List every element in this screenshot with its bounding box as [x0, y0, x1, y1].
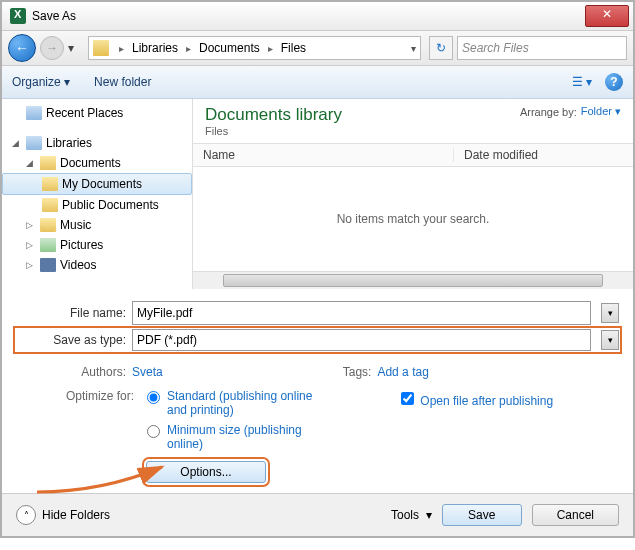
libraries-icon: [26, 136, 42, 150]
breadcrumb-documents[interactable]: Documents: [197, 41, 262, 55]
folder-icon: [93, 40, 109, 56]
nav-forward-button: →: [40, 36, 64, 60]
sidebar-documents[interactable]: ◢Documents: [2, 153, 192, 173]
radio-label: Minimum size (publishing online): [167, 423, 317, 451]
arrange-value[interactable]: Folder ▾: [581, 105, 621, 118]
sidebar-public-documents[interactable]: Public Documents: [2, 195, 192, 215]
excel-icon: [10, 8, 26, 24]
organize-menu[interactable]: Organize ▾: [12, 75, 70, 89]
options-button[interactable]: Options...: [146, 461, 266, 483]
view-options-button[interactable]: ☰ ▾: [567, 71, 597, 93]
sidebar: Recent Places ◢Libraries ◢Documents My D…: [2, 99, 193, 289]
breadcrumb[interactable]: ▸ Libraries ▸ Documents ▸ Files ▾: [88, 36, 421, 60]
nav-history-dropdown[interactable]: ▾: [68, 41, 80, 55]
sidebar-pictures[interactable]: ▷Pictures: [2, 235, 192, 255]
radio-label: Standard (publishing online and printing…: [167, 389, 317, 417]
expand-icon[interactable]: ▷: [26, 260, 36, 270]
main-panel: Documents library Files Arrange by: Fold…: [193, 99, 633, 289]
save-button[interactable]: Save: [442, 504, 522, 526]
titlebar: Save As ✕: [2, 2, 633, 31]
sidebar-my-documents[interactable]: My Documents: [2, 173, 192, 195]
checkbox-input[interactable]: [401, 392, 414, 405]
filename-dropdown[interactable]: ▾: [601, 303, 619, 323]
sidebar-libraries[interactable]: ◢Libraries: [2, 133, 192, 153]
sidebar-item-label: Recent Places: [46, 106, 123, 120]
metadata-row: Authors: Sveta Tags: Add a tag: [2, 359, 633, 385]
help-icon[interactable]: ?: [605, 73, 623, 91]
music-icon: [40, 218, 56, 232]
checkbox-label: Open file after publishing: [420, 394, 553, 408]
sidebar-item-label: My Documents: [62, 177, 142, 191]
collapse-icon[interactable]: ◢: [26, 158, 36, 168]
sidebar-item-label: Public Documents: [62, 198, 159, 212]
hide-folders-label: Hide Folders: [42, 508, 110, 522]
optimize-label: Optimize for:: [16, 389, 134, 451]
empty-message: No items match your search.: [337, 212, 490, 226]
filename-label: File name:: [16, 306, 126, 320]
tags-label: Tags:: [311, 365, 371, 379]
form-area: File name: ▾ Save as type: PDF (*.pdf) ▾: [2, 289, 633, 359]
radio-input[interactable]: [147, 391, 160, 404]
savetype-value: PDF (*.pdf): [137, 333, 197, 347]
videos-icon: [40, 258, 56, 272]
toolbar: Organize ▾ New folder ☰ ▾ ?: [2, 66, 633, 99]
savetype-dropdown[interactable]: ▾: [601, 330, 619, 350]
column-name[interactable]: Name: [193, 148, 454, 162]
nav-back-button[interactable]: ←: [8, 34, 36, 62]
sidebar-recent-places[interactable]: Recent Places: [2, 103, 192, 123]
column-header-row: Name Date modified: [193, 143, 633, 167]
authors-value[interactable]: Sveta: [132, 365, 163, 379]
refresh-button[interactable]: ↻: [429, 36, 453, 60]
breadcrumb-files[interactable]: Files: [279, 41, 308, 55]
folder-icon: [42, 177, 58, 191]
chevron-right-icon[interactable]: ▸: [182, 43, 195, 54]
savetype-label: Save as type:: [16, 333, 126, 347]
library-header: Documents library Files Arrange by: Fold…: [193, 99, 633, 143]
folder-icon: [42, 198, 58, 212]
save-as-dialog: Save As ✕ ← → ▾ ▸ Libraries ▸ Documents …: [0, 0, 635, 538]
sidebar-item-label: Pictures: [60, 238, 103, 252]
hide-folders-button[interactable]: ˄ Hide Folders: [16, 505, 110, 525]
close-button[interactable]: ✕: [585, 5, 629, 27]
sidebar-videos[interactable]: ▷Videos: [2, 255, 192, 275]
tags-value[interactable]: Add a tag: [377, 365, 428, 379]
sidebar-item-label: Music: [60, 218, 91, 232]
horizontal-scrollbar[interactable]: [193, 271, 633, 289]
chevron-right-icon[interactable]: ▸: [264, 43, 277, 54]
expand-icon[interactable]: ▷: [26, 220, 36, 230]
cancel-button[interactable]: Cancel: [532, 504, 619, 526]
window-title: Save As: [32, 9, 585, 23]
sidebar-music[interactable]: ▷Music: [2, 215, 192, 235]
breadcrumb-libraries[interactable]: Libraries: [130, 41, 180, 55]
chevron-down-icon[interactable]: ▾: [411, 43, 416, 54]
open-after-checkbox[interactable]: Open file after publishing: [397, 394, 553, 408]
optimize-row: Optimize for: Standard (publishing onlin…: [2, 385, 633, 455]
documents-icon: [40, 156, 56, 170]
expand-icon[interactable]: ▷: [26, 240, 36, 250]
arrange-by: Arrange by: Folder ▾: [520, 105, 621, 118]
search-input[interactable]: Search Files: [457, 36, 627, 60]
optimize-minimum-radio[interactable]: Minimum size (publishing online): [142, 423, 317, 451]
chevron-up-icon: ˄: [16, 505, 36, 525]
nav-bar: ← → ▾ ▸ Libraries ▸ Documents ▸ Files ▾ …: [2, 31, 633, 66]
filename-input[interactable]: [132, 301, 591, 325]
arrange-label: Arrange by:: [520, 106, 577, 118]
sidebar-item-label: Videos: [60, 258, 96, 272]
radio-input[interactable]: [147, 425, 160, 438]
authors-label: Authors:: [16, 365, 126, 379]
column-date-modified[interactable]: Date modified: [454, 148, 633, 162]
collapse-icon[interactable]: ◢: [12, 138, 22, 148]
options-row: Options...: [2, 455, 633, 493]
pictures-icon: [40, 238, 56, 252]
optimize-standard-radio[interactable]: Standard (publishing online and printing…: [142, 389, 317, 417]
dialog-body: Recent Places ◢Libraries ◢Documents My D…: [2, 99, 633, 289]
footer: ˄ Hide Folders Tools ▾ Save Cancel: [2, 493, 633, 536]
tools-menu[interactable]: Tools ▾: [391, 508, 432, 522]
chevron-right-icon[interactable]: ▸: [115, 43, 128, 54]
new-folder-button[interactable]: New folder: [94, 75, 151, 89]
sidebar-item-label: Libraries: [46, 136, 92, 150]
sidebar-item-label: Documents: [60, 156, 121, 170]
savetype-combo[interactable]: PDF (*.pdf): [132, 329, 591, 351]
file-list: No items match your search.: [193, 167, 633, 271]
recent-icon: [26, 106, 42, 120]
